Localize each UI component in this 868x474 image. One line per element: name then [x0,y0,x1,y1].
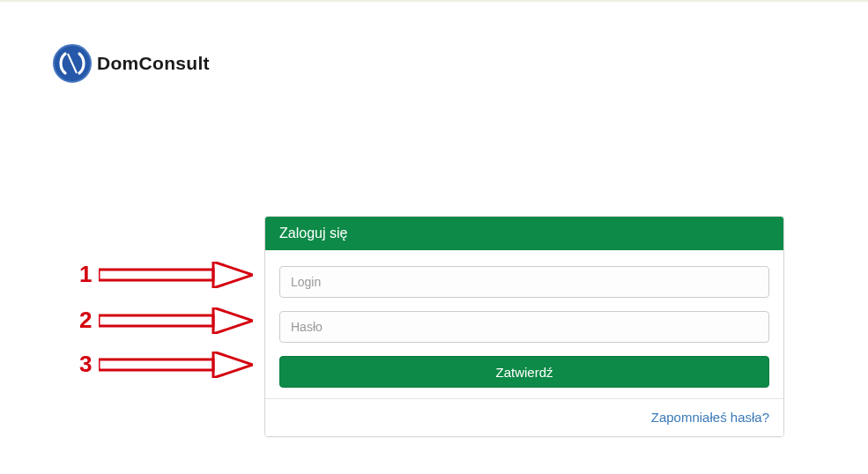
submit-button[interactable]: Zatwierdź [279,356,769,388]
login-panel-header: Zaloguj się [265,217,783,250]
brand-name: DomConsult [97,53,210,74]
arrow-right-icon [99,262,253,288]
login-panel: Zaloguj się Zatwierdź Zapomniałeś hasła? [264,216,784,437]
svg-rect-3 [99,315,213,326]
annotation-number: 1 [79,261,92,288]
brand-logo-area: DomConsult [53,44,210,83]
svg-marker-4 [213,307,253,334]
brand-logo-icon [53,44,92,83]
password-input[interactable] [279,311,769,343]
svg-marker-6 [213,352,253,378]
arrow-right-icon [99,307,253,334]
forgot-password-link[interactable]: Zapomniałeś hasła? [651,410,769,425]
annotation-3: 3 [79,351,253,378]
login-panel-body: Zatwierdź [265,250,783,398]
annotation-1: 1 [79,261,253,288]
svg-marker-2 [213,262,253,288]
svg-rect-5 [99,359,213,370]
login-input[interactable] [279,266,769,298]
svg-line-0 [68,54,77,73]
annotation-2: 2 [79,307,253,334]
svg-rect-1 [99,270,213,280]
annotation-number: 3 [79,351,92,378]
login-panel-footer: Zapomniałeś hasła? [265,398,783,436]
annotation-number: 2 [79,307,92,334]
arrow-right-icon [99,352,253,378]
